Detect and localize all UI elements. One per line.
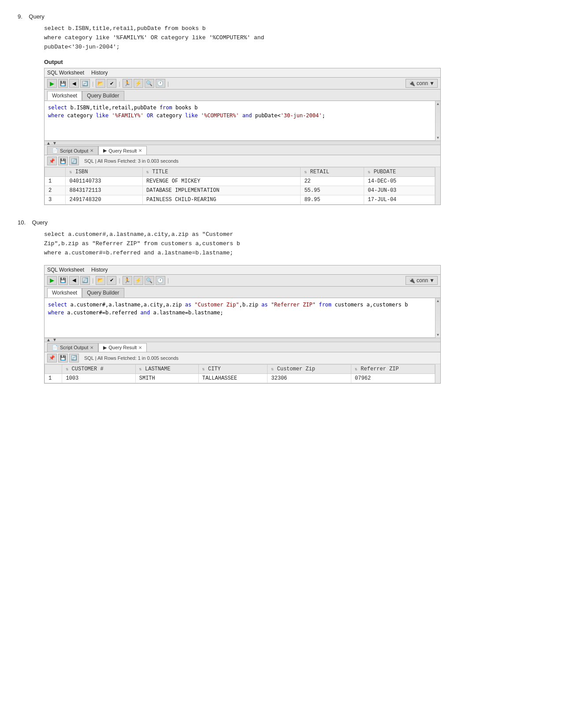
query-result-close-9[interactable]: ✕ (138, 148, 142, 153)
bottom-tab-script-output-10[interactable]: 📄 Script Output ✕ (47, 343, 98, 352)
tabs-row-9: Worksheet Query Builder (45, 90, 440, 101)
autotrace-10[interactable]: 🔍 (145, 276, 154, 285)
editor-main-9: select b.ISBN,title,retail,pubDate from … (45, 101, 435, 141)
cell-r1-customerzip: 32306 (268, 373, 351, 383)
col-customerzip-10[interactable]: ⇅ Customer Zip (268, 364, 351, 373)
sql-editor-text-9: select b.ISBN,title,retail,pubDate from … (48, 104, 432, 119)
commit-button-10[interactable]: ✔ (107, 276, 116, 285)
run-script-9[interactable]: 🏃 (123, 79, 132, 88)
script-output-label-9: Script Output (60, 148, 88, 153)
tab-query-builder-10[interactable]: Query Builder (82, 288, 124, 298)
col-isbn-9[interactable]: ⇅ ISBN (66, 168, 143, 177)
section-9-number: 9. (18, 13, 22, 20)
refresh-button-9[interactable]: 🔄 (80, 79, 90, 88)
cell-r1-num: 1 (45, 373, 62, 383)
cell-row3-title: PAINLESS CHILD-REARING (143, 195, 301, 205)
result-content-9: ⇅ ISBN ⇅ TITLE ⇅ RETAIL ⇅ PUBDATE 1 0401… (45, 167, 435, 205)
cell-row2-isbn: 8843172113 (66, 186, 143, 195)
result-scrollbar-10[interactable] (435, 364, 440, 383)
result-toolbar-icons-10: 📌 💾 🔄 (47, 354, 79, 362)
col-rownum-10[interactable] (45, 364, 62, 373)
sql-history-10[interactable]: 🕐 (156, 276, 165, 285)
open-button-10[interactable]: 📂 (96, 276, 105, 285)
resize-handle-10[interactable]: ▲ ▼ (45, 338, 440, 342)
cell-r1-city: TALLAHASSEE (198, 373, 268, 383)
run-button-9[interactable]: ▶ (47, 79, 57, 88)
cell-row2-num: 2 (45, 186, 66, 195)
menu-history-10[interactable]: History (91, 267, 108, 273)
result-refresh-10[interactable]: 🔄 (69, 354, 79, 362)
col-customer-10[interactable]: ⇅ CUSTOMER # (62, 364, 135, 373)
conn-area-10: 🔌 conn ▼ (406, 276, 438, 285)
script-output-icon-9: 📄 (52, 148, 58, 153)
section-9-output-label: Output (44, 59, 544, 65)
result-info-10: SQL | All Rows Fetched: 1 in 0.005 secon… (84, 355, 179, 361)
query-result-close-10[interactable]: ✕ (138, 345, 142, 350)
result-toolbar-9: 📌 💾 🔄 SQL | All Rows Fetched: 3 in 0.003… (45, 155, 440, 167)
run-button-10[interactable]: ▶ (47, 276, 57, 285)
result-refresh-9[interactable]: 🔄 (69, 157, 79, 165)
scrollbar-down-9: ▼ (436, 135, 440, 141)
bottom-tabs-row-10: 📄 Script Output ✕ ▶ Query Result ✕ (45, 342, 440, 352)
conn-dropdown-icon-10: ▼ (429, 277, 435, 284)
commit-button-9[interactable]: ✔ (107, 79, 116, 88)
tab-worksheet-9[interactable]: Worksheet (47, 91, 82, 101)
explain-9[interactable]: ⚡ (134, 79, 143, 88)
resize-handle-9[interactable]: ▲ ▼ (45, 141, 440, 145)
menu-sql-worksheet-10[interactable]: SQL Worksheet (47, 267, 84, 273)
conn-button-9[interactable]: 🔌 conn ▼ (406, 79, 438, 88)
editor-main-10: select a.customer#,a.lastname,a.city,a.z… (45, 298, 435, 338)
section-9-header: 9. Query (18, 13, 544, 20)
menu-sql-worksheet[interactable]: SQL Worksheet (47, 70, 84, 76)
sql-worksheet-9: SQL Worksheet History ▶ 💾 ◀ 🔄 | 📂 ✔ | 🏃 … (44, 68, 441, 205)
sql-editor-9[interactable]: select b.ISBN,title,retail,pubDate from … (45, 101, 435, 141)
script-output-close-9[interactable]: ✕ (90, 148, 93, 153)
explain-10[interactable]: ⚡ (134, 276, 143, 285)
bottom-tab-query-result-9[interactable]: ▶ Query Result ✕ (98, 146, 147, 155)
result-pin-10[interactable]: 📌 (47, 354, 57, 362)
section-10: 10. Query select a.customer#,a.lastname,… (18, 219, 544, 383)
col-lastname-10[interactable]: ⇅ LASTNAME (135, 364, 198, 373)
conn-label-10: conn (417, 277, 428, 284)
conn-button-10[interactable]: 🔌 conn ▼ (406, 276, 438, 285)
col-title-9[interactable]: ⇅ TITLE (143, 168, 301, 177)
resize-arrow-down-10: ▼ (52, 337, 57, 342)
sql-history-9[interactable]: 🕐 (156, 79, 165, 88)
tab-query-builder-9[interactable]: Query Builder (82, 91, 124, 101)
tab-worksheet-10[interactable]: Worksheet (47, 288, 82, 298)
bottom-tab-query-result-10[interactable]: ▶ Query Result ✕ (98, 343, 147, 352)
sql-editor-10[interactable]: select a.customer#,a.lastname,a.city,a.z… (45, 298, 435, 338)
bottom-tab-script-output-9[interactable]: 📄 Script Output ✕ (47, 146, 98, 155)
col-rownum-9[interactable] (45, 168, 66, 177)
cell-row1-num: 1 (45, 177, 66, 186)
run-script-10[interactable]: 🏃 (123, 276, 132, 285)
back-button-10[interactable]: ◀ (69, 276, 79, 285)
col-city-10[interactable]: ⇅ CITY (198, 364, 268, 373)
result-save-10[interactable]: 💾 (58, 354, 68, 362)
toolbar-9: ▶ 💾 ◀ 🔄 | 📂 ✔ | 🏃 ⚡ 🔍 🕐 | 🔌 (45, 78, 440, 90)
editor-wrap-9: select b.ISBN,title,retail,pubDate from … (45, 101, 440, 141)
cell-r1-customer: 1003 (62, 373, 135, 383)
menu-bar-9: SQL Worksheet History (45, 68, 440, 78)
back-button-9[interactable]: ◀ (69, 79, 79, 88)
col-pubdate-9[interactable]: ⇅ PUBDATE (364, 168, 435, 177)
menu-history[interactable]: History (91, 70, 108, 76)
cell-row1-title: REVENGE OF MICKEY (143, 177, 301, 186)
col-retail-9[interactable]: ⇅ RETAIL (301, 168, 364, 177)
autotrace-9[interactable]: 🔍 (145, 79, 154, 88)
result-scrollbar-9[interactable] (435, 167, 440, 205)
editor-scrollbar-9[interactable]: ▲ ▼ (435, 101, 440, 141)
table-row: 1 0401140733 REVENGE OF MICKEY 22 14-DEC… (45, 177, 435, 186)
open-button-9[interactable]: 📂 (96, 79, 105, 88)
script-output-close-10[interactable]: ✕ (90, 345, 93, 350)
table-row: 2 8843172113 DATABASE IMPLEMENTATION 55.… (45, 186, 435, 195)
refresh-button-10[interactable]: 🔄 (80, 276, 90, 285)
editor-wrap-10: select a.customer#,a.lastname,a.city,a.z… (45, 298, 440, 338)
save-button-10[interactable]: 💾 (58, 276, 68, 285)
toolbar-10: ▶ 💾 ◀ 🔄 | 📂 ✔ | 🏃 ⚡ 🔍 🕐 | 🔌 (45, 275, 440, 287)
editor-scrollbar-10[interactable]: ▲ ▼ (435, 298, 440, 338)
result-pin-9[interactable]: 📌 (47, 157, 57, 165)
col-referrerzip-10[interactable]: ⇅ Referrer ZIP (351, 364, 435, 373)
save-button-9[interactable]: 💾 (58, 79, 68, 88)
result-save-9[interactable]: 💾 (58, 157, 68, 165)
